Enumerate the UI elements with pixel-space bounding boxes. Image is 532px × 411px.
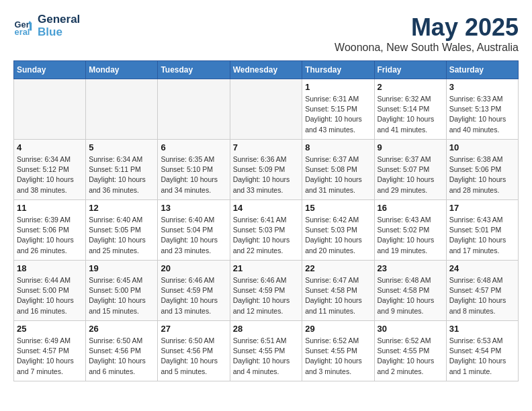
logo: Gen eral General Blue xyxy=(13,13,80,38)
day-info: Sunrise: 6:42 AMSunset: 5:03 PMDaylight:… xyxy=(305,215,371,256)
calendar-cell: 4Sunrise: 6:34 AMSunset: 5:12 PMDaylight… xyxy=(14,140,86,200)
calendar-cell: 17Sunrise: 6:43 AMSunset: 5:01 PMDayligh… xyxy=(446,200,518,261)
calendar-table: SundayMondayTuesdayWednesdayThursdayFrid… xyxy=(13,60,519,381)
day-info: Sunrise: 6:52 AMSunset: 4:55 PMDaylight:… xyxy=(378,336,443,377)
day-number: 22 xyxy=(305,263,371,273)
calendar-cell xyxy=(14,79,86,140)
day-number: 30 xyxy=(378,324,443,334)
day-number: 12 xyxy=(89,203,154,213)
calendar-cell: 11Sunrise: 6:39 AMSunset: 5:06 PMDayligh… xyxy=(14,200,86,261)
calendar-cell: 5Sunrise: 6:34 AMSunset: 5:11 PMDaylight… xyxy=(86,140,158,200)
day-info: Sunrise: 6:37 AMSunset: 5:08 PMDaylight:… xyxy=(305,154,371,195)
day-info: Sunrise: 6:50 AMSunset: 4:56 PMDaylight:… xyxy=(161,336,226,377)
day-info: Sunrise: 6:43 AMSunset: 5:01 PMDaylight:… xyxy=(449,215,515,256)
day-info: Sunrise: 6:40 AMSunset: 5:05 PMDaylight:… xyxy=(89,215,154,256)
calendar-cell: 2Sunrise: 6:32 AMSunset: 5:14 PMDaylight… xyxy=(374,79,446,140)
day-number: 28 xyxy=(233,324,300,334)
calendar-week-row-3: 11Sunrise: 6:39 AMSunset: 5:06 PMDayligh… xyxy=(14,200,519,261)
day-number: 3 xyxy=(449,82,515,92)
day-info: Sunrise: 6:39 AMSunset: 5:06 PMDaylight:… xyxy=(17,215,83,256)
logo-line1: General xyxy=(38,13,80,26)
day-info: Sunrise: 6:34 AMSunset: 5:11 PMDaylight:… xyxy=(89,154,154,195)
day-info: Sunrise: 6:48 AMSunset: 4:57 PMDaylight:… xyxy=(449,275,515,316)
calendar-cell: 9Sunrise: 6:37 AMSunset: 5:07 PMDaylight… xyxy=(374,140,446,200)
calendar-cell: 7Sunrise: 6:36 AMSunset: 5:09 PMDaylight… xyxy=(230,140,302,200)
day-number: 25 xyxy=(17,324,83,334)
calendar-cell xyxy=(86,79,158,140)
day-number: 8 xyxy=(305,142,371,152)
calendar-cell: 28Sunrise: 6:51 AMSunset: 4:55 PMDayligh… xyxy=(230,321,302,381)
day-info: Sunrise: 6:37 AMSunset: 5:07 PMDaylight:… xyxy=(378,154,443,195)
day-info: Sunrise: 6:33 AMSunset: 5:13 PMDaylight:… xyxy=(449,94,515,135)
day-info: Sunrise: 6:51 AMSunset: 4:55 PMDaylight:… xyxy=(233,336,300,377)
calendar-cell: 27Sunrise: 6:50 AMSunset: 4:56 PMDayligh… xyxy=(158,321,230,381)
day-number: 5 xyxy=(89,142,154,152)
day-info: Sunrise: 6:38 AMSunset: 5:06 PMDaylight:… xyxy=(449,154,515,195)
weekday-header-sunday: Sunday xyxy=(14,61,86,79)
weekday-header-row: SundayMondayTuesdayWednesdayThursdayFrid… xyxy=(14,61,519,79)
day-info: Sunrise: 6:36 AMSunset: 5:09 PMDaylight:… xyxy=(233,154,300,195)
day-info: Sunrise: 6:31 AMSunset: 5:15 PMDaylight:… xyxy=(305,94,371,135)
calendar-week-row-5: 25Sunrise: 6:49 AMSunset: 4:57 PMDayligh… xyxy=(14,321,519,381)
title-block: May 2025 Woonona, New South Wales, Austr… xyxy=(335,13,519,54)
calendar-cell: 1Sunrise: 6:31 AMSunset: 5:15 PMDaylight… xyxy=(302,79,374,140)
day-number: 19 xyxy=(89,263,154,273)
weekday-header-saturday: Saturday xyxy=(446,61,518,79)
day-info: Sunrise: 6:40 AMSunset: 5:04 PMDaylight:… xyxy=(161,215,226,256)
day-number: 24 xyxy=(449,263,515,273)
calendar-cell: 16Sunrise: 6:43 AMSunset: 5:02 PMDayligh… xyxy=(374,200,446,261)
day-number: 6 xyxy=(161,142,226,152)
day-info: Sunrise: 6:46 AMSunset: 4:59 PMDaylight:… xyxy=(161,275,226,316)
day-info: Sunrise: 6:34 AMSunset: 5:12 PMDaylight:… xyxy=(17,154,83,195)
day-number: 16 xyxy=(378,203,443,213)
logo-line2: Blue xyxy=(38,26,80,39)
day-number: 9 xyxy=(378,142,443,152)
day-number: 2 xyxy=(378,82,443,92)
weekday-header-monday: Monday xyxy=(86,61,158,79)
day-number: 15 xyxy=(305,203,371,213)
calendar-cell: 10Sunrise: 6:38 AMSunset: 5:06 PMDayligh… xyxy=(446,140,518,200)
calendar-cell: 21Sunrise: 6:46 AMSunset: 4:59 PMDayligh… xyxy=(230,261,302,321)
day-number: 26 xyxy=(89,324,154,334)
calendar-cell: 20Sunrise: 6:46 AMSunset: 4:59 PMDayligh… xyxy=(158,261,230,321)
calendar-cell: 30Sunrise: 6:52 AMSunset: 4:55 PMDayligh… xyxy=(374,321,446,381)
calendar-cell: 24Sunrise: 6:48 AMSunset: 4:57 PMDayligh… xyxy=(446,261,518,321)
calendar-week-row-4: 18Sunrise: 6:44 AMSunset: 5:00 PMDayligh… xyxy=(14,261,519,321)
day-number: 21 xyxy=(233,263,300,273)
location: Woonona, New South Wales, Australia xyxy=(335,42,519,54)
day-info: Sunrise: 6:50 AMSunset: 4:56 PMDaylight:… xyxy=(89,336,154,377)
day-number: 14 xyxy=(233,203,300,213)
day-number: 7 xyxy=(233,142,300,152)
day-number: 18 xyxy=(17,263,83,273)
day-info: Sunrise: 6:53 AMSunset: 4:54 PMDaylight:… xyxy=(449,336,515,377)
day-number: 27 xyxy=(161,324,226,334)
calendar-cell: 12Sunrise: 6:40 AMSunset: 5:05 PMDayligh… xyxy=(86,200,158,261)
calendar-cell: 13Sunrise: 6:40 AMSunset: 5:04 PMDayligh… xyxy=(158,200,230,261)
day-info: Sunrise: 6:52 AMSunset: 4:55 PMDaylight:… xyxy=(305,336,371,377)
day-info: Sunrise: 6:44 AMSunset: 5:00 PMDaylight:… xyxy=(17,275,83,316)
day-number: 20 xyxy=(161,263,226,273)
day-info: Sunrise: 6:35 AMSunset: 5:10 PMDaylight:… xyxy=(161,154,226,195)
calendar-cell: 19Sunrise: 6:45 AMSunset: 5:00 PMDayligh… xyxy=(86,261,158,321)
day-info: Sunrise: 6:46 AMSunset: 4:59 PMDaylight:… xyxy=(233,275,300,316)
svg-text:eral: eral xyxy=(15,26,30,36)
day-info: Sunrise: 6:49 AMSunset: 4:57 PMDaylight:… xyxy=(17,336,83,377)
calendar-cell: 25Sunrise: 6:49 AMSunset: 4:57 PMDayligh… xyxy=(14,321,86,381)
day-number: 13 xyxy=(161,203,226,213)
page-header: Gen eral General Blue May 2025 Woonona, … xyxy=(13,13,519,54)
day-number: 1 xyxy=(305,82,371,92)
calendar-cell: 26Sunrise: 6:50 AMSunset: 4:56 PMDayligh… xyxy=(86,321,158,381)
calendar-cell: 29Sunrise: 6:52 AMSunset: 4:55 PMDayligh… xyxy=(302,321,374,381)
calendar-week-row-1: 1Sunrise: 6:31 AMSunset: 5:15 PMDaylight… xyxy=(14,79,519,140)
day-info: Sunrise: 6:32 AMSunset: 5:14 PMDaylight:… xyxy=(378,94,443,135)
calendar-cell: 14Sunrise: 6:41 AMSunset: 5:03 PMDayligh… xyxy=(230,200,302,261)
day-number: 10 xyxy=(449,142,515,152)
day-number: 29 xyxy=(305,324,371,334)
day-info: Sunrise: 6:47 AMSunset: 4:58 PMDaylight:… xyxy=(305,275,371,316)
calendar-cell: 22Sunrise: 6:47 AMSunset: 4:58 PMDayligh… xyxy=(302,261,374,321)
calendar-cell: 15Sunrise: 6:42 AMSunset: 5:03 PMDayligh… xyxy=(302,200,374,261)
calendar-week-row-2: 4Sunrise: 6:34 AMSunset: 5:12 PMDaylight… xyxy=(14,140,519,200)
calendar-cell: 23Sunrise: 6:48 AMSunset: 4:58 PMDayligh… xyxy=(374,261,446,321)
calendar-cell: 3Sunrise: 6:33 AMSunset: 5:13 PMDaylight… xyxy=(446,79,518,140)
calendar-cell xyxy=(158,79,230,140)
